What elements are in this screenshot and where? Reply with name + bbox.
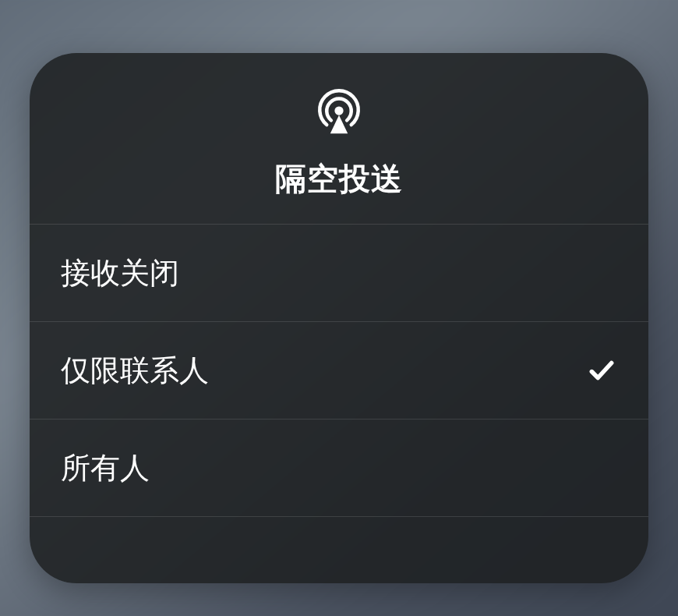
checkmark-icon	[586, 452, 617, 483]
panel-header: 隔空投送	[30, 53, 648, 225]
checkmark-icon	[586, 355, 617, 386]
option-contacts-only[interactable]: 仅限联系人	[30, 322, 648, 420]
panel-title: 隔空投送	[275, 158, 403, 200]
svg-point-0	[334, 106, 343, 115]
option-everyone[interactable]: 所有人	[30, 420, 648, 517]
checkmark-icon	[586, 257, 617, 289]
airdrop-icon	[311, 83, 367, 139]
option-label: 仅限联系人	[61, 351, 209, 391]
option-label: 接收关闭	[61, 253, 179, 293]
option-receiving-off[interactable]: 接收关闭	[30, 225, 648, 322]
option-list: 接收关闭 仅限联系人 所有人	[30, 225, 648, 517]
option-label: 所有人	[61, 448, 150, 488]
airdrop-panel: 隔空投送 接收关闭 仅限联系人 所有人	[30, 53, 648, 583]
